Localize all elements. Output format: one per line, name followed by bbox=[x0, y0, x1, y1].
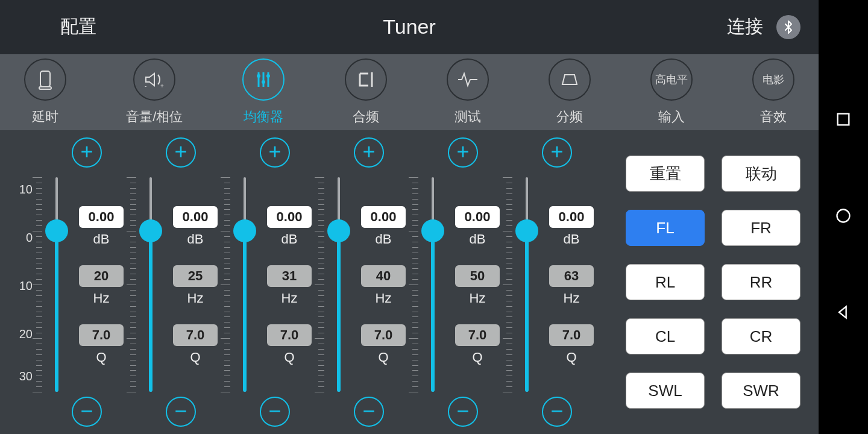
hz-value[interactable]: 31 bbox=[267, 265, 312, 287]
tab-label: 合频 bbox=[345, 108, 387, 126]
tab-label: 均衡器 bbox=[242, 108, 285, 126]
db-unit: dB bbox=[376, 231, 392, 247]
db-unit: dB bbox=[564, 231, 580, 247]
hz-unit: Hz bbox=[564, 291, 580, 306]
channel-button-fl[interactable]: FL bbox=[626, 210, 705, 246]
hz-value[interactable]: 63 bbox=[549, 265, 594, 287]
nav-back[interactable] bbox=[835, 304, 852, 323]
bluetooth-icon bbox=[781, 20, 796, 34]
band-minus[interactable]: − bbox=[260, 397, 290, 427]
band-readouts: 0.00 dB 63 Hz 7.0 Q bbox=[541, 177, 602, 392]
wave-icon bbox=[456, 68, 480, 92]
band-plus[interactable]: + bbox=[448, 137, 478, 168]
hz-value[interactable]: 20 bbox=[79, 265, 124, 287]
db-unit: dB bbox=[187, 231, 204, 247]
band-slider[interactable] bbox=[324, 177, 353, 392]
channel-button-fr[interactable]: FR bbox=[722, 210, 800, 246]
svg-rect-11 bbox=[838, 114, 849, 125]
band-slider-wrap: 0.00 dB 40 Hz 7.0 Q bbox=[324, 168, 414, 397]
db-unit: dB bbox=[281, 231, 298, 247]
band-slider-wrap: 0.00 dB 63 Hz 7.0 Q bbox=[512, 168, 602, 397]
tab-combine[interactable]: 合频 bbox=[345, 58, 387, 126]
band-plus[interactable]: + bbox=[542, 137, 572, 168]
hz-value[interactable]: 50 bbox=[455, 265, 500, 287]
channel-button-rl[interactable]: RL bbox=[626, 264, 705, 300]
band-plus[interactable]: + bbox=[260, 137, 290, 168]
channel-button-rr[interactable]: RR bbox=[722, 264, 800, 300]
speaker-icon: -+ bbox=[142, 68, 166, 92]
q-value[interactable]: 7.0 bbox=[267, 324, 312, 346]
trapezoid-icon bbox=[558, 68, 582, 92]
hz-value[interactable]: 40 bbox=[361, 265, 406, 287]
q-value[interactable]: 7.0 bbox=[79, 324, 124, 346]
band-plus[interactable]: + bbox=[354, 137, 384, 168]
q-unit: Q bbox=[378, 350, 388, 365]
tab-hilevel[interactable]: 高电平 输入 bbox=[650, 58, 693, 126]
eq-band-2: + 0.00 dB 31 Hz 7.0 Q − bbox=[230, 137, 319, 427]
band-minus[interactable]: − bbox=[166, 397, 196, 427]
band-minus[interactable]: − bbox=[542, 397, 572, 427]
q-value[interactable]: 7.0 bbox=[361, 324, 406, 346]
band-minus[interactable]: − bbox=[354, 397, 384, 427]
band-minus[interactable]: − bbox=[448, 397, 478, 427]
nav-recent[interactable] bbox=[835, 111, 852, 130]
db-value[interactable]: 0.00 bbox=[173, 206, 218, 228]
band-readouts: 0.00 dB 40 Hz 7.0 Q bbox=[353, 177, 414, 392]
band-slider[interactable] bbox=[230, 177, 259, 392]
tab-test[interactable]: 测试 bbox=[447, 58, 489, 126]
band-slider[interactable] bbox=[418, 177, 447, 392]
svg-point-9 bbox=[266, 74, 270, 78]
tab-label: 延时 bbox=[24, 108, 66, 126]
q-value[interactable]: 7.0 bbox=[549, 324, 594, 346]
band-slider-wrap: 0.00 dB 50 Hz 7.0 Q bbox=[418, 168, 508, 397]
channel-button-swr[interactable]: SWR bbox=[722, 373, 800, 409]
tab-label: 输入 bbox=[650, 108, 693, 126]
db-value[interactable]: 0.00 bbox=[79, 206, 124, 228]
q-unit: Q bbox=[472, 350, 482, 365]
q-value[interactable]: 7.0 bbox=[455, 324, 500, 346]
eq-band-3: + 0.00 dB 40 Hz 7.0 Q − bbox=[324, 137, 414, 427]
db-value[interactable]: 0.00 bbox=[549, 206, 594, 228]
connect-button[interactable]: 连接 bbox=[727, 14, 763, 39]
channel-button-cr[interactable]: CR bbox=[722, 318, 800, 354]
tab-xover[interactable]: 分频 bbox=[549, 58, 591, 126]
db-value[interactable]: 0.00 bbox=[455, 206, 500, 228]
tab-delay[interactable]: 延时 bbox=[24, 58, 66, 126]
hz-value[interactable]: 25 bbox=[173, 265, 218, 287]
band-slider[interactable] bbox=[512, 177, 541, 392]
channel-button-联动[interactable]: 联动 bbox=[722, 156, 800, 192]
svg-text:-: - bbox=[145, 83, 146, 89]
db-value[interactable]: 0.00 bbox=[361, 206, 406, 228]
band-plus[interactable]: + bbox=[166, 137, 196, 168]
q-value[interactable]: 7.0 bbox=[173, 324, 218, 346]
bluetooth-button[interactable] bbox=[776, 15, 800, 39]
band-slider[interactable] bbox=[42, 177, 71, 392]
band-readouts: 0.00 dB 31 Hz 7.0 Q bbox=[259, 177, 319, 392]
channel-button-swl[interactable]: SWL bbox=[626, 373, 705, 409]
tab-eq[interactable]: 均衡器 bbox=[242, 58, 285, 126]
tab-label: 音量/相位 bbox=[126, 108, 183, 126]
hz-unit: Hz bbox=[187, 291, 204, 306]
config-button[interactable]: 配置 bbox=[0, 14, 157, 39]
svg-point-12 bbox=[837, 210, 850, 222]
band-plus[interactable]: + bbox=[72, 137, 102, 168]
band-slider[interactable] bbox=[136, 177, 165, 392]
tab-volphase[interactable]: -+ 音量/相位 bbox=[126, 58, 183, 126]
band-slider-wrap: 0.00 dB 25 Hz 7.0 Q bbox=[136, 168, 225, 397]
app-root: 配置 Tuner 连接 延时 -+ 音量/相位 均衡器 合频 测试 bbox=[0, 0, 819, 434]
band-slider-wrap: 0.00 dB 31 Hz 7.0 Q bbox=[230, 168, 319, 397]
tab-movie[interactable]: 电影 音效 bbox=[752, 58, 794, 126]
svg-point-7 bbox=[257, 74, 260, 78]
band-slider-wrap: 0.00 dB 20 Hz 7.0 Q bbox=[42, 168, 131, 397]
tab-bar: 延时 -+ 音量/相位 均衡器 合频 测试 分频 高电平 输入 电影 音效 bbox=[0, 54, 819, 130]
nav-home[interactable] bbox=[835, 207, 852, 227]
channel-button-cl[interactable]: CL bbox=[626, 318, 705, 354]
eq-band-4: + 0.00 dB 50 Hz 7.0 Q − bbox=[418, 137, 508, 427]
combine-icon bbox=[354, 68, 378, 92]
db-value[interactable]: 0.00 bbox=[267, 206, 312, 228]
channel-button-重置[interactable]: 重置 bbox=[626, 156, 705, 192]
svg-text:+: + bbox=[160, 83, 164, 89]
q-unit: Q bbox=[190, 350, 200, 365]
band-readouts: 0.00 dB 25 Hz 7.0 Q bbox=[165, 177, 225, 392]
band-minus[interactable]: − bbox=[72, 397, 102, 427]
